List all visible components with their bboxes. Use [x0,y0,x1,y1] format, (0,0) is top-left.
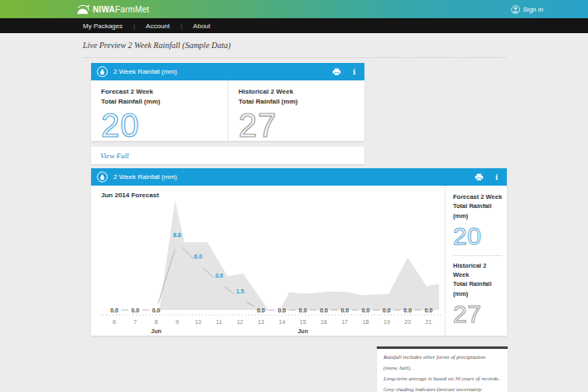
water-drop-icon [97,172,108,182]
svg-text:3.6: 3.6 [215,273,224,278]
svg-text:1.5: 1.5 [236,288,244,294]
rainfall-chart-svg: 0.00.00.08.86.03.61.50.00.00.00.00.00.00… [94,199,442,336]
svg-text:0.0: 0.0 [340,307,349,313]
footnote-line: Grey shading indicates forecast uncertai… [383,385,501,392]
footnote-line: Rainfall includes other forms of precipi… [383,352,501,374]
forecast-value: 20 [101,109,228,141]
panel-divider [453,255,502,256]
svg-text:0.0: 0.0 [278,307,287,313]
svg-text:21: 21 [426,319,432,325]
svg-text:11: 11 [216,319,222,325]
svg-text:19: 19 [383,319,390,325]
svg-text:0.0: 0.0 [110,307,118,313]
svg-text:13: 13 [258,319,264,325]
footnote-box: Rainfall includes other forms of precipi… [377,346,508,392]
chart-card: 2 Week Rainfall (mm) i Jun 2014 Forecast… [91,168,507,336]
svg-text:0.0: 0.0 [152,307,161,313]
chart-title: Jun 2014 Forecast [101,191,159,199]
nav-item-about[interactable]: About [193,22,210,30]
historical-summary-block: Historical 2 Week Total Rainfall (mm) 27 [228,80,364,141]
svg-text:10: 10 [195,319,201,325]
svg-text:9: 9 [176,319,179,325]
niwa-logo-icon [76,4,89,15]
svg-text:16: 16 [321,319,327,325]
svg-text:12: 12 [237,319,243,325]
chart-card-title: 2 Week Rainfall (mm) [113,173,177,181]
svg-text:0.0: 0.0 [320,307,328,313]
summary-card-body: Forecast 2 Week Total Rainfall (mm) 20 H… [91,80,364,141]
svg-text:15: 15 [300,319,306,325]
svg-text:18: 18 [363,319,369,325]
svg-text:Jun: Jun [297,328,307,334]
svg-text:0.0: 0.0 [383,307,391,313]
chart-side-panel: Forecast 2 Week Total Rainfall (mm) 20 H… [445,186,507,336]
summary-card: 2 Week Rainfall (mm) i Forecast 2 Week T… [91,63,364,141]
summary-card-title: 2 Week Rainfall (mm) [113,68,177,75]
nav-separator: | [181,22,182,30]
svg-text:14: 14 [279,319,286,325]
main-nav: My Packages | Account | About [0,18,588,33]
forecast-summary-block: Forecast 2 Week Total Rainfall (mm) 20 [91,80,228,141]
panel-historical-value: 27 [453,302,504,327]
person-icon [511,5,520,14]
chart-card-header: 2 Week Rainfall (mm) i [91,168,507,186]
brand-name: NIWAFarmMet [93,5,149,14]
svg-text:0.0: 0.0 [425,307,433,313]
summary-card-header: 2 Week Rainfall (mm) i [91,63,364,80]
brand-logo: NIWAFarmMet [76,4,149,15]
info-icon[interactable]: i [495,173,498,181]
svg-text:6: 6 [113,319,116,325]
nav-item-my-packages[interactable]: My Packages [83,22,123,30]
svg-text:8.8: 8.8 [173,232,181,238]
app-header: NIWAFarmMet Sign in [0,0,588,18]
panel-forecast-value: 20 [453,224,504,249]
svg-text:17: 17 [341,319,348,325]
svg-text:0.0: 0.0 [403,307,412,313]
svg-text:6.0: 6.0 [194,254,202,259]
title-separator [83,57,506,58]
svg-text:20: 20 [404,319,411,325]
sign-in-label: Sign in [523,6,543,13]
panel-historical-label: Historical 2 Week Total Rainfall (mm) [453,261,504,298]
nav-separator: | [133,22,135,30]
svg-text:0.0: 0.0 [299,307,307,313]
print-icon[interactable] [332,68,341,76]
app-window: NIWAFarmMet Sign in My Packages | Accoun… [0,0,588,392]
nav-item-account[interactable]: Account [146,22,170,30]
water-drop-icon [97,66,108,77]
historical-value: 27 [239,109,364,141]
svg-text:0.0: 0.0 [257,307,265,313]
print-icon[interactable] [475,173,484,181]
sign-in-button[interactable]: Sign in [511,0,543,18]
svg-text:8: 8 [155,319,158,325]
panel-forecast-label: Forecast 2 Week Total Rainfall (mm) [453,192,504,220]
footnote-line: Long-term average is based on 30 years o… [383,374,501,385]
svg-text:0.0: 0.0 [131,307,139,313]
chart-area: Jun 2014 Forecast 0.00.00.08.86.03.61.50… [91,186,445,336]
historical-label: Historical 2 Week Total Rainfall (mm) [239,87,364,108]
svg-text:Jun: Jun [151,328,161,334]
info-icon[interactable]: i [353,68,355,76]
forecast-label: Forecast 2 Week Total Rainfall (mm) [101,87,228,108]
page-title: Live Preview 2 Week Rainfall (Sample Dat… [83,41,231,50]
svg-text:0.0: 0.0 [362,307,370,313]
view-full-link[interactable]: View Full [91,147,364,164]
svg-text:7: 7 [133,319,137,325]
